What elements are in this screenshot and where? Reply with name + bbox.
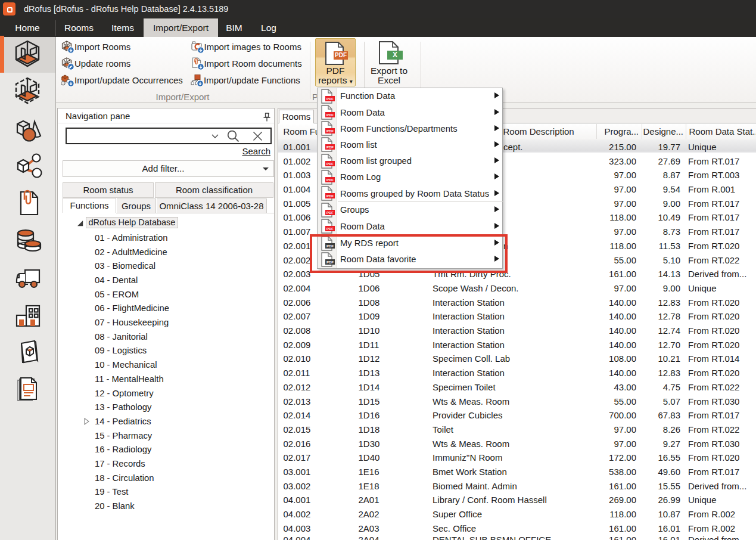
svg-text:PDF: PDF [326, 162, 334, 166]
svg-text:PDF: PDF [326, 113, 334, 117]
svg-text:PDF: PDF [326, 178, 334, 182]
svg-text:PDF: PDF [335, 52, 347, 58]
svg-text:PDF: PDF [326, 211, 334, 215]
svg-text:X: X [393, 51, 397, 59]
svg-text:PDF: PDF [326, 145, 334, 149]
svg-text:PDF: PDF [326, 97, 334, 101]
svg-text:PDF: PDF [326, 129, 334, 133]
svg-text:PDF: PDF [326, 227, 334, 231]
svg-text:PDF: PDF [326, 194, 334, 198]
